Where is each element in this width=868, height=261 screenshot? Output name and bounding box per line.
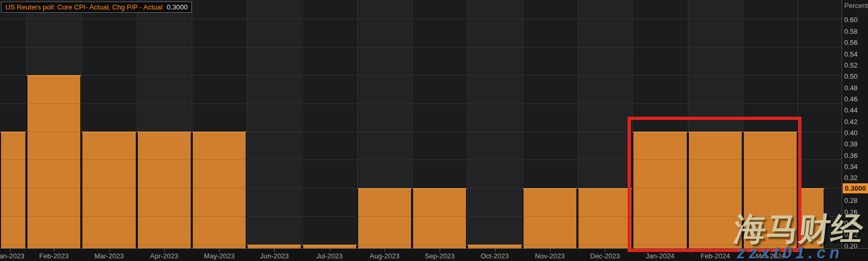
bar-Dec-2023[interactable] xyxy=(577,188,632,248)
x-tick-label: Oct-2023 xyxy=(463,251,527,260)
bar-Apr-2023[interactable] xyxy=(137,132,192,248)
x-tick-label: Jul-2023 xyxy=(298,251,361,260)
h-gridline-overlay xyxy=(0,47,842,48)
bar-Jun-2023[interactable] xyxy=(247,245,302,248)
series-last-value: 0.3000 xyxy=(166,3,188,11)
x-tick-label: Mar-2023 xyxy=(78,251,141,260)
h-gridline-overlay xyxy=(0,104,842,104)
y-tick-label: 0.46 xyxy=(844,95,867,104)
x-tick-label: Jan-2024 xyxy=(628,251,692,260)
bar-Oct-2023[interactable] xyxy=(467,245,522,248)
y-tick-label: 0.58 xyxy=(844,27,867,36)
bar-Aug-2023[interactable] xyxy=(357,188,412,248)
chart-root: Percent 0.3000 0.600.580.560.540.520.500… xyxy=(0,0,868,261)
y-tick-label: 0.36 xyxy=(844,152,867,160)
month-band xyxy=(467,0,522,248)
v-gridline xyxy=(467,0,468,248)
bar-Nov-2023[interactable] xyxy=(522,188,577,248)
series-label: US Reuters poll: Core CPI- Actual, Chg P… xyxy=(5,3,162,11)
x-tick-label: Jun-2023 xyxy=(242,251,306,260)
y-tick-label: 0.60 xyxy=(844,16,867,24)
h-gridline-overlay xyxy=(0,18,842,19)
bar-Jul-2023[interactable] xyxy=(302,245,357,248)
y-tick-label: 0.50 xyxy=(844,72,867,81)
y-tick-label: 0.52 xyxy=(844,61,867,70)
x-tick-label: Apr-2023 xyxy=(133,251,196,260)
x-tick-label: Dec-2023 xyxy=(573,251,637,260)
v-gridline xyxy=(302,0,303,248)
bar-Feb-2023[interactable] xyxy=(26,75,81,248)
chart-legend[interactable]: US Reuters poll: Core CPI- Actual, Chg P… xyxy=(1,2,192,13)
bar-May-2023[interactable] xyxy=(192,132,247,248)
month-band xyxy=(247,0,302,248)
h-gridline-overlay xyxy=(0,75,842,76)
y-tick-label: 0.38 xyxy=(844,140,867,148)
y-tick-label: 0.34 xyxy=(844,163,867,171)
x-tick-label: Aug-2023 xyxy=(353,251,416,260)
bar-Sep-2023[interactable] xyxy=(412,188,467,248)
y-tick-label: 0.28 xyxy=(844,197,867,205)
y-tick-label: 0.48 xyxy=(844,84,867,92)
bar-Mar-2023[interactable] xyxy=(81,132,136,248)
last-value-axis-marker: 0.3000 xyxy=(843,183,868,193)
x-tick-label: Feb-2023 xyxy=(22,251,86,260)
x-tick-label: Nov-2023 xyxy=(518,251,582,260)
y-axis-unit-label: Percent xyxy=(844,2,868,10)
watermark-url: zzxt01.cn xyxy=(737,244,843,261)
y-tick-label: 0.56 xyxy=(844,39,867,47)
x-tick-label: May-2023 xyxy=(188,251,251,260)
y-tick-label: 0.42 xyxy=(844,118,867,126)
y-tick-label: 0.44 xyxy=(844,106,867,115)
y-tick-label: 0.40 xyxy=(844,129,867,137)
bar-Jan-2023[interactable] xyxy=(0,132,26,248)
v-gridline xyxy=(247,0,247,248)
x-tick-label: Sep-2023 xyxy=(408,251,471,260)
y-tick-label: 0.32 xyxy=(844,174,867,182)
y-tick-label: 0.54 xyxy=(844,50,867,59)
